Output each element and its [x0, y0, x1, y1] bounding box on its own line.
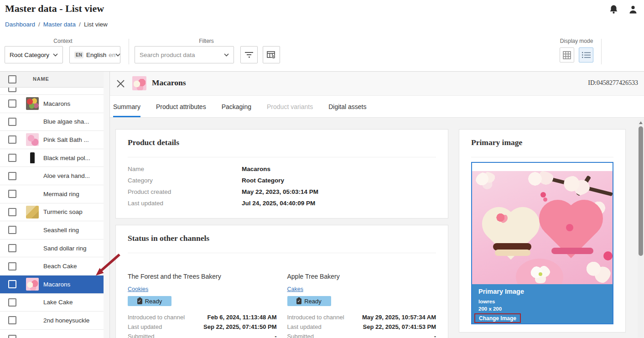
field-value: - [434, 333, 436, 338]
row-checkbox[interactable] [8, 208, 16, 216]
breadcrumb-dashboard[interactable]: Dashboard [5, 21, 35, 28]
bell-icon[interactable] [609, 5, 618, 15]
grid-view-button[interactable] [560, 47, 574, 62]
close-button[interactable] [116, 79, 125, 88]
filter-button[interactable] [240, 46, 258, 63]
overlay-resolution: lowres [478, 299, 495, 304]
product-name-label: Lake Cake [43, 299, 73, 306]
field-row: Last updatedJul 24, 2025, 04:40:09 PM [128, 198, 436, 209]
table-row[interactable]: Mermaid ring [0, 185, 109, 203]
row-checkbox[interactable] [8, 316, 16, 324]
tab-packaging[interactable]: Packaging [222, 96, 251, 117]
row-checkbox[interactable] [8, 280, 16, 288]
field-label: Submitted [128, 333, 275, 338]
category-dropdown[interactable]: Root Category [5, 46, 63, 63]
field-row: CategoryRoot Category [128, 175, 436, 186]
field-row: Submitted- [287, 332, 436, 338]
field-label: Category [128, 177, 242, 184]
change-image-label: Change Image [479, 315, 516, 322]
row-checkbox[interactable] [8, 335, 16, 338]
product-name-label: Macarons [43, 100, 70, 107]
table-row[interactable]: Turmeric soap [0, 203, 109, 222]
table-row[interactable]: Pink Salt Bath ... [0, 131, 109, 149]
tab-summary[interactable]: Summary [113, 96, 140, 117]
field-label: Introduced to channel [128, 314, 208, 321]
change-image-button[interactable]: Change Image [474, 313, 521, 323]
primary-image-frame[interactable]: Primary Image lowres 200 x 200 Change Im… [471, 162, 613, 324]
channel-category-link[interactable]: Cakes [287, 286, 303, 292]
table-row[interactable]: Black metal pol... [0, 149, 109, 167]
row-checkbox[interactable] [8, 244, 16, 252]
status-channels-card: Status in other channels The Forest and … [115, 225, 448, 338]
detail-product-name: Macarons [152, 78, 186, 88]
table-row-selected[interactable]: Macarons [0, 276, 109, 294]
tab-digital-assets[interactable]: Digital assets [328, 96, 366, 117]
row-checkbox[interactable] [8, 88, 16, 92]
product-name-label: Mermaid ring [43, 191, 79, 198]
person-icon[interactable] [628, 5, 638, 15]
scrollbar-thumb[interactable] [639, 126, 643, 256]
search-input[interactable] [140, 52, 224, 58]
row-checkbox[interactable] [8, 172, 16, 180]
image-info-overlay: Primary Image lowres 200 x 200 Change Im… [472, 284, 613, 323]
table-eye-icon [267, 51, 276, 59]
row-checkbox[interactable] [8, 298, 16, 307]
table-row-partial[interactable] [0, 88, 109, 95]
column-options-button[interactable] [263, 46, 280, 63]
table-row[interactable]: Macarons [0, 95, 109, 113]
field-label: Product created [128, 188, 242, 195]
row-checkbox[interactable] [8, 226, 16, 234]
channel-category-link[interactable]: Cookies [128, 286, 148, 292]
field-row: Introduced to channelFeb 6, 2024, 11:13:… [128, 312, 277, 322]
field-row: Introduced to channelMay 29, 2025, 10:57… [287, 312, 436, 322]
table-row-partial[interactable] [0, 330, 109, 338]
product-thumbnail [26, 97, 39, 110]
language-dropdown[interactable]: EN English en [69, 46, 120, 63]
product-detail-panel: Macarons ID:0458277426533 Summary Produc… [109, 72, 644, 338]
clipboard-check-icon [296, 298, 301, 304]
table-row[interactable]: 2nd honeysuckle [0, 312, 109, 330]
detail-content: Product details NameMacarons CategoryRoo… [110, 118, 644, 338]
field-value: May 22, 2023, 05:03:14 PM [242, 188, 318, 195]
card-title: Product details [128, 138, 179, 147]
row-checkbox[interactable] [8, 262, 16, 270]
name-column-header[interactable]: NAME [33, 76, 49, 82]
select-all-checkbox[interactable] [8, 75, 16, 83]
breadcrumb-master-data[interactable]: Master data [43, 21, 76, 28]
field-label: Submitted [287, 333, 434, 338]
field-value: - [275, 333, 276, 338]
detail-header: Macarons ID:0458277426533 [110, 72, 644, 96]
language-name: English [86, 52, 106, 58]
display-mode-label: Display mode [552, 38, 601, 44]
table-row[interactable]: Beach Cake [0, 257, 109, 276]
field-row: Submitted- [128, 332, 277, 338]
field-value: Feb 6, 2024, 11:13:48 AM [208, 314, 277, 321]
row-checkbox[interactable] [8, 99, 16, 108]
status-badge: Ready [287, 296, 331, 306]
table-row[interactable]: Lake Cake [0, 294, 109, 312]
row-checkbox[interactable] [8, 118, 16, 126]
tab-product-variants: Product variants [267, 96, 313, 117]
panel-gap [104, 72, 109, 338]
row-checkbox[interactable] [8, 154, 16, 162]
row-checkbox[interactable] [8, 190, 16, 198]
field-label: Last updated [287, 323, 363, 330]
language-badge: EN [74, 52, 83, 58]
tab-product-attributes[interactable]: Product attributes [156, 96, 206, 117]
product-thumbnail [26, 133, 39, 146]
table-row[interactable]: Seashell ring [0, 221, 109, 239]
table-row[interactable]: Aloe vera hand... [0, 167, 109, 185]
filter-lines-icon [244, 52, 254, 58]
channel-name: The Forest and the Trees Bakery [128, 273, 277, 280]
table-row[interactable]: Sand dollar ring [0, 239, 109, 258]
search-box[interactable] [135, 46, 234, 63]
table-row[interactable]: Blue algae sha... [0, 113, 109, 131]
row-checkbox[interactable] [8, 135, 16, 144]
macarons-photo [472, 171, 613, 284]
page-title: Master data - List view [5, 3, 104, 15]
scrollbar-up-arrow[interactable] [639, 121, 643, 124]
scrollbar[interactable] [638, 120, 644, 338]
field-row: Last updatedSep 22, 2025, 07:41:53 PM [287, 322, 436, 332]
list-view-button[interactable] [579, 47, 593, 62]
primary-image-card: Primary image [459, 129, 626, 333]
